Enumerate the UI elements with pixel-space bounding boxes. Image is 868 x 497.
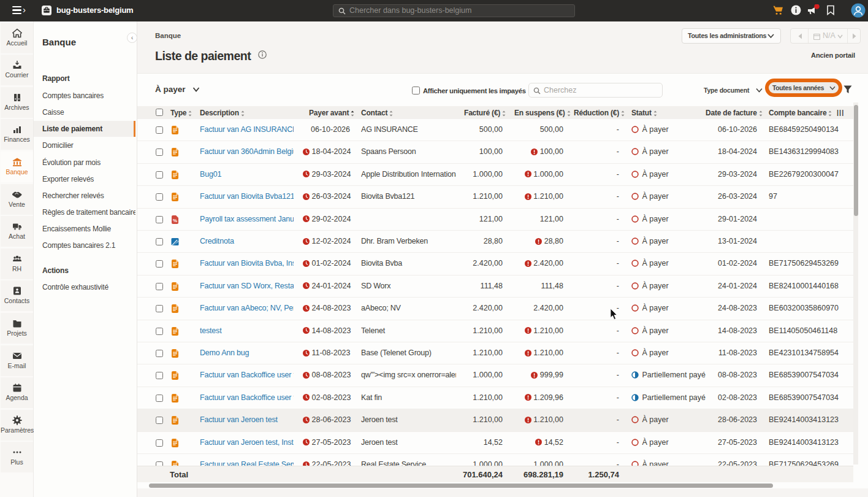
- svg-text:%: %: [173, 217, 177, 223]
